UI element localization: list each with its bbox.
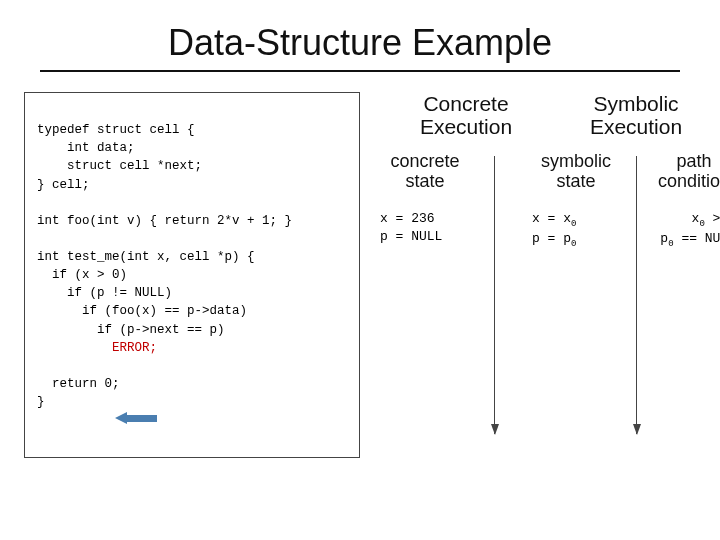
code-line: struct cell *next;	[37, 159, 202, 173]
code-line-error: ERROR;	[37, 341, 157, 355]
code-line: } cell;	[37, 178, 90, 192]
code-line: }	[37, 395, 45, 409]
symbolic-state-heading: symbolic state	[521, 152, 631, 192]
code-line: if (x > 0)	[37, 268, 127, 282]
path-condition-values: x0 > 0 p0 == NULL	[658, 210, 720, 250]
path-condition-heading: path condition	[644, 152, 720, 192]
content-row: typedef struct cell { int data; struct c…	[0, 92, 720, 458]
code-line: int data;	[37, 141, 135, 155]
execution-panel: Concrete Execution Symbolic Execution co…	[376, 92, 702, 458]
slide: Data-Structure Example typedef struct ce…	[0, 22, 720, 540]
concrete-state-values: x = 236 p = NULL	[380, 210, 442, 246]
symbolic-state-values: x = x0 p = p0	[532, 210, 576, 250]
concrete-execution-heading: Concrete Execution	[406, 92, 526, 138]
code-line: if (p != NULL)	[37, 286, 172, 300]
vertical-arrow-icon	[494, 156, 495, 434]
vertical-arrow-icon	[636, 156, 637, 434]
code-line: typedef struct cell {	[37, 123, 195, 137]
code-line: int test_me(int x, cell *p) {	[37, 250, 255, 264]
code-line: if (foo(x) == p->data)	[37, 304, 247, 318]
code-line: if (p->next == p)	[37, 323, 225, 337]
title-divider	[40, 70, 680, 72]
code-block: typedef struct cell { int data; struct c…	[24, 92, 360, 458]
code-line: int foo(int v) { return 2*v + 1; }	[37, 214, 292, 228]
return-arrow-icon	[115, 412, 157, 424]
symbolic-execution-heading: Symbolic Execution	[566, 92, 706, 138]
slide-title: Data-Structure Example	[0, 22, 720, 64]
code-line: return 0;	[37, 377, 120, 391]
concrete-state-heading: concrete state	[370, 152, 480, 192]
